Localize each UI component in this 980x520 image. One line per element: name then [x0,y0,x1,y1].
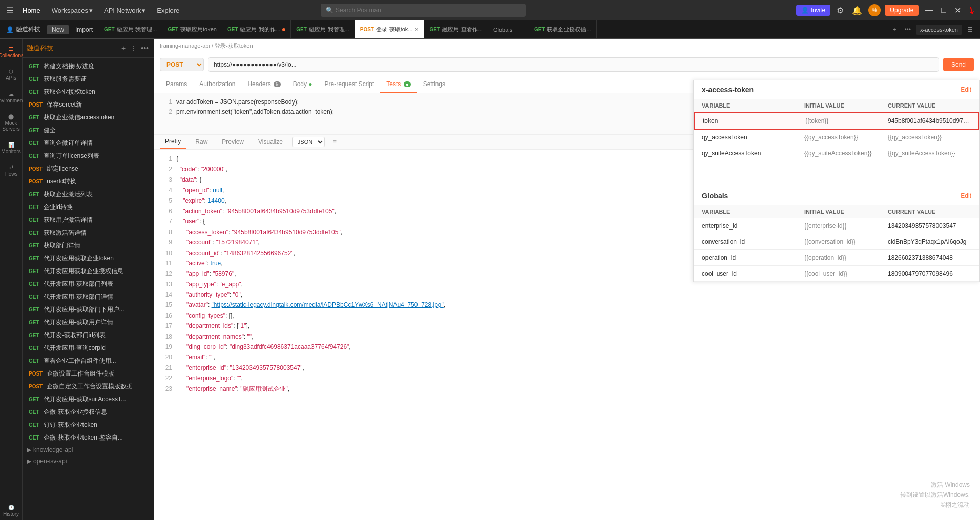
tab-params[interactable]: Params [160,76,193,93]
nav-home[interactable]: Home [17,5,46,16]
tab-headers[interactable]: Headers 9 [241,76,286,93]
format-select[interactable]: JSON XML HTML [292,137,325,147]
cool-user-id-row[interactable]: cool_user_id {{cool_user_id}} 1809004797… [694,266,979,282]
list-item[interactable]: POST 企微自定义工作台设置模版数据 [23,380,154,393]
globals-edit-link[interactable]: Edit [961,192,971,199]
token-row[interactable]: token {{token}} 945b8f001af6434b9510d975… [694,112,979,130]
list-item[interactable]: GET 代开发应用获取企业授权信息 [23,265,154,278]
list-item[interactable]: GET 查看企业工作台组件使用... [23,355,154,367]
list-item[interactable]: GET 获取部门详情 [23,239,154,252]
list-item[interactable]: GET 代开发应用-查询corpId [23,342,154,355]
settings-icon[interactable]: ⚙ [835,5,846,16]
list-item[interactable]: GET 代开发-获取部门id列表 [23,329,154,342]
url-input[interactable] [208,57,939,72]
response-line: 23 "enterprise_name": "融应用测试企业", [160,384,974,394]
sidebar-mock[interactable]: ⬤ Mock Servers [1,111,22,135]
list-item[interactable]: GET 构建文档接收/进度 [23,60,154,73]
upgrade-button[interactable]: Upgrade [885,5,919,16]
tab-close-4[interactable]: ✕ [414,27,419,32]
tab-authorization[interactable]: Authorization [193,76,241,93]
list-item[interactable]: GET 代开发应用-获取suitAccessT... [23,393,154,406]
res-tab-visualize[interactable]: Visualize [253,135,288,149]
list-item[interactable]: GET 企微-获取企业授权信息 [23,406,154,419]
pinned-tab[interactable]: x-access-token [916,25,962,35]
list-item[interactable]: GET 获取激活码详情 [23,226,154,239]
list-item[interactable]: GET 获取企业接权token [23,86,154,98]
sidebar-group-knowledge[interactable]: ▶ knowledge-api [23,444,154,455]
sidebar-apis[interactable]: ⬡ APIs [1,66,22,84]
list-item[interactable]: GET 健全 [23,124,154,137]
sidebar-add-button[interactable]: + [120,43,127,53]
conversation-id-row[interactable]: conversation_id {{conversation_id}} cidB… [694,234,979,250]
tab-body[interactable]: Body ● [287,76,319,93]
qy-accesstoken-row[interactable]: qy_accessToken {{qy_accessToken}} {{qy_a… [694,130,979,145]
list-item[interactable]: POST 绑定license [23,162,154,175]
list-item[interactable]: GET 获取企业微信accesstoken [23,111,154,124]
item-name: 代开发-获取部门id列表 [44,331,150,340]
new-button[interactable]: New [47,25,69,34]
tab-4[interactable]: POST 登录-获取tok... ✕ [355,20,425,39]
tab-0[interactable]: GET 融应用-我管理... [99,20,162,39]
search-bar[interactable]: 🔍 [321,4,526,17]
method-select[interactable]: POST GET PUT DELETE [160,58,204,71]
tab-7[interactable]: GET 获取企业授权信... [529,20,597,39]
res-tab-raw[interactable]: Raw [190,135,213,149]
search-input[interactable] [336,7,520,14]
list-item[interactable]: GET 企微-获取企业token-鉴容自... [23,431,154,444]
tab-3[interactable]: GET 融应用-我管理... [291,20,355,39]
list-item[interactable]: GET 查询企微订单详情 [23,137,154,150]
list-item[interactable]: GET 查询订单license列表 [23,150,154,162]
nav-workspaces[interactable]: Workspaces ▾ [47,5,98,16]
sidebar-filter-button[interactable]: ⋮ [129,43,138,53]
nav-explore[interactable]: Explore [152,5,184,16]
wrap-icon[interactable]: ≡ [333,138,337,145]
tab-5[interactable]: GET 融应用-查看作... [424,20,488,39]
enterprise-id-row[interactable]: enterprise_id {{enterprise-id}} 13420349… [694,218,979,234]
tab-tests[interactable]: Tests ● [380,76,416,93]
list-item[interactable]: GET 获取服务需要证 [23,73,154,86]
add-tab-button[interactable]: + [889,26,899,33]
more-tabs-button[interactable]: ••• [901,26,914,33]
close-icon[interactable]: ✕ [952,5,963,16]
res-tab-preview[interactable]: Preview [217,135,249,149]
current-conversation-id: cidBnBpY3qFtaqx1pAI6qoJg [888,238,971,245]
import-button[interactable]: Import [71,25,97,34]
hamburger-icon[interactable]: ☰ [4,4,15,17]
nav-api-network[interactable]: API Network ▾ [99,5,151,16]
bell-icon[interactable]: 🔔 [850,5,864,16]
sidebar-group-isv[interactable]: ▶ open-isv-api [23,455,154,467]
list-item[interactable]: GET 企业id转换 [23,201,154,214]
sidebar-history[interactable]: 🕐 History [1,502,22,520]
qy-suite-row[interactable]: qy_suiteAccessToken {{qy_suiteAccessToke… [694,145,979,161]
list-item[interactable]: GET 代开发应用-获取用户详情 [23,316,154,329]
panel-edit-link[interactable]: Edit [961,86,971,93]
tab-2[interactable]: GET 融应用-我的作... [222,20,291,39]
invite-button[interactable]: 👤 Invite [796,5,831,16]
pin-action-button[interactable]: ☰ [964,26,976,33]
list-item[interactable]: GET 获取企业激活列表 [23,188,154,201]
list-item[interactable]: POST 企微设置工作台组件模版 [23,367,154,380]
list-item[interactable]: GET 代开发应用获取企业token [23,252,154,265]
list-item[interactable]: GET 代开发应用-获取部门详情 [23,290,154,303]
sidebar-flows[interactable]: ⇄ Flows [1,161,22,180]
sidebar-environments[interactable]: ☁ Environments [1,88,22,107]
tab-method-3: GET [296,27,307,32]
list-item[interactable]: GET 代开发应用-获取部门下用户... [23,303,154,316]
tab-1[interactable]: GET 获取应用token [162,20,222,39]
list-item[interactable]: POST userId转换 [23,175,154,188]
sidebar-collections[interactable]: ☰ Collections [1,43,22,61]
list-item[interactable]: POST 保存sercet新 [23,98,154,111]
tab-prerequest[interactable]: Pre-request Script [319,76,381,93]
minimize-icon[interactable]: — [923,5,935,16]
sidebar-monitors[interactable]: 📊 Monitors [1,139,22,157]
list-item[interactable]: GET 代开发应用-获取部门列表 [23,278,154,290]
res-tab-pretty[interactable]: Pretty [160,135,186,149]
send-button[interactable]: Send [943,58,974,71]
tab-settings[interactable]: Settings [417,76,451,93]
sidebar-more-button[interactable]: ••• [140,43,150,53]
list-item[interactable]: GET 钉钉-获取企业token [23,419,154,431]
tab-6[interactable]: Globals [488,20,529,39]
list-item[interactable]: GET 获取用户激活详情 [23,214,154,226]
operation-id-row[interactable]: operation_id {{operation_id}} 1826602371… [694,250,979,266]
maximize-icon[interactable]: □ [939,5,948,16]
